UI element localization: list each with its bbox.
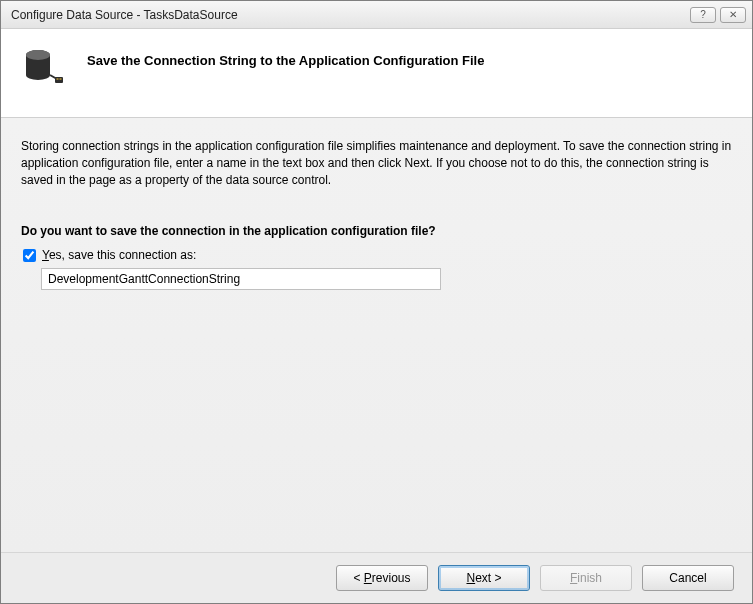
- wizard-window: Configure Data Source - TasksDataSource …: [0, 0, 753, 604]
- save-connection-label[interactable]: Yes, save this connection as:: [42, 248, 196, 262]
- help-icon: ?: [700, 9, 706, 20]
- wizard-step-title: Save the Connection String to the Applic…: [87, 45, 484, 68]
- help-button[interactable]: ?: [690, 7, 716, 23]
- instruction-text: Storing connection strings in the applic…: [21, 138, 732, 188]
- save-connection-checkbox-row: Yes, save this connection as:: [23, 248, 732, 262]
- window-title: Configure Data Source - TasksDataSource: [11, 8, 686, 22]
- svg-rect-4: [60, 79, 62, 80]
- svg-rect-3: [57, 79, 59, 80]
- cancel-button[interactable]: Cancel: [642, 565, 734, 591]
- connection-name-input[interactable]: [41, 268, 441, 290]
- next-button[interactable]: Next >: [438, 565, 530, 591]
- save-connection-checkbox[interactable]: [23, 249, 36, 262]
- titlebar: Configure Data Source - TasksDataSource …: [1, 1, 752, 29]
- svg-rect-2: [55, 77, 63, 83]
- wizard-button-bar: < Previous Next > Finish Cancel: [1, 552, 752, 603]
- wizard-body: Storing connection strings in the applic…: [1, 118, 752, 552]
- wizard-header: Save the Connection String to the Applic…: [1, 29, 752, 118]
- close-button[interactable]: ✕: [720, 7, 746, 23]
- previous-button[interactable]: < Previous: [336, 565, 428, 591]
- close-icon: ✕: [729, 9, 737, 20]
- database-icon: [21, 45, 65, 89]
- svg-point-1: [26, 50, 50, 60]
- finish-button: Finish: [540, 565, 632, 591]
- prompt-question: Do you want to save the connection in th…: [21, 224, 732, 238]
